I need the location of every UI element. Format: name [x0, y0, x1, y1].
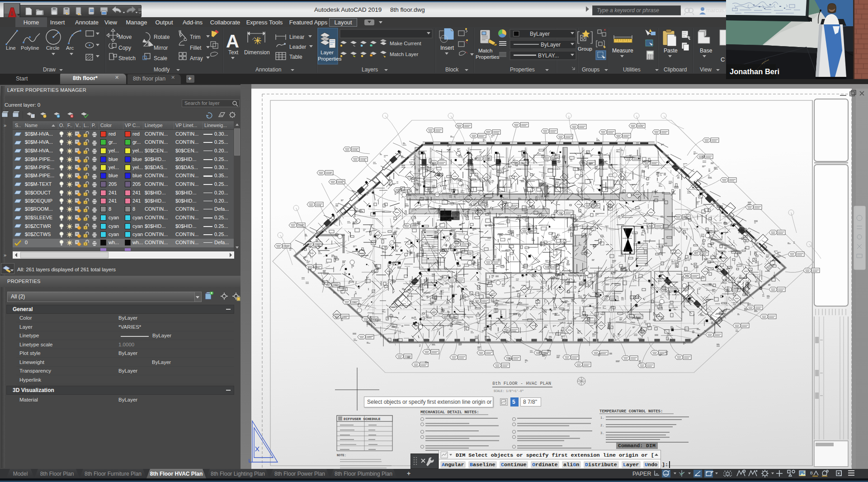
- svg-text:Leader: Leader: [289, 44, 306, 50]
- svg-text:A: A: [226, 31, 239, 51]
- svg-text:Scale: Scale: [154, 55, 167, 61]
- svg-text:Paste: Paste: [664, 47, 678, 54]
- svg-text:Match Layer: Match Layer: [390, 52, 418, 57]
- svg-text:Make Current: Make Current: [390, 41, 421, 46]
- svg-text:8th FLOOR - HVAC PLAN: 8th FLOOR - HVAC PLAN: [492, 381, 551, 386]
- svg-text:B: B: [810, 471, 813, 475]
- svg-text:Trim: Trim: [190, 34, 201, 40]
- svg-text:Jonathan Beri: Jonathan Beri: [730, 67, 779, 76]
- svg-text:Copy: Copy: [118, 45, 131, 51]
- svg-text:MECHANICAL DETAIL NOTES:: MECHANICAL DETAIL NOTES:: [420, 410, 479, 415]
- svg-text:Array: Array: [190, 55, 203, 61]
- svg-text:Rotate: Rotate: [154, 34, 170, 40]
- svg-text:Table: Table: [289, 54, 302, 60]
- svg-text:Properties: Properties: [476, 54, 500, 60]
- svg-text:Stretch: Stretch: [118, 55, 136, 61]
- svg-text:Mirror: Mirror: [154, 45, 168, 51]
- svg-text:Text: Text: [228, 49, 239, 56]
- svg-text:Dimension: Dimension: [244, 49, 270, 56]
- svg-text:C: C: [721, 56, 725, 63]
- svg-text:Layer: Layer: [321, 50, 334, 55]
- svg-text:2.: 2.: [600, 424, 604, 427]
- svg-text:Fillet: Fillet: [190, 45, 202, 51]
- svg-text:Measure: Measure: [612, 47, 633, 54]
- svg-text:Circle: Circle: [46, 45, 59, 51]
- svg-text:BYLAY...: BYLAY...: [538, 52, 559, 59]
- svg-text:Group: Group: [578, 46, 592, 52]
- svg-text:Linear: Linear: [289, 34, 304, 40]
- svg-text:Move: Move: [118, 34, 132, 40]
- svg-text:SCALE: 1/8"=1'-0": SCALE: 1/8"=1'-0": [494, 390, 524, 393]
- svg-text:DIFFUSER SCHEDULE: DIFFUSER SCHEDULE: [344, 417, 381, 421]
- svg-text:3.: 3.: [600, 431, 604, 435]
- svg-text:NOTE:: NOTE:: [337, 454, 346, 457]
- svg-text:Base: Base: [700, 47, 712, 54]
- svg-text:Line: Line: [6, 45, 16, 51]
- svg-text:ByLayer: ByLayer: [541, 42, 561, 48]
- svg-text:Match: Match: [478, 48, 492, 53]
- svg-text:ByLayer: ByLayer: [530, 31, 550, 37]
- svg-text:Arc: Arc: [66, 45, 74, 51]
- svg-text:Polyline: Polyline: [21, 45, 39, 51]
- svg-text:Insert: Insert: [440, 45, 454, 51]
- svg-text:TEMPERATURE CONTROL NOTES:: TEMPERATURE CONTROL NOTES:: [599, 409, 663, 414]
- svg-text:Properties: Properties: [318, 56, 342, 61]
- svg-text:1.: 1.: [600, 416, 604, 420]
